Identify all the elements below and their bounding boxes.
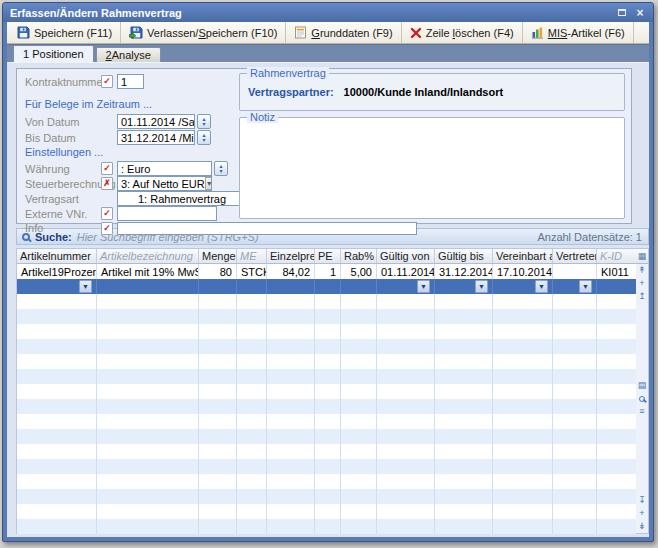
cell-gultig-bis (435, 489, 493, 504)
cell-artikelbezeichnung (97, 369, 199, 384)
cell-rab (341, 324, 377, 339)
von-datum-input[interactable]: 01.11.2014 /Sa (117, 114, 195, 129)
column-header-artikelbezeichnung[interactable]: Artikelbezeichnung (97, 249, 199, 263)
notiz-textarea[interactable] (241, 124, 623, 217)
cell-gultig-von (377, 414, 435, 429)
cell-me (237, 384, 267, 399)
cell-artikelnummer (17, 459, 97, 474)
cell-menge (199, 354, 237, 369)
close-icon: × (636, 7, 643, 19)
cell-vertreter: ▼ (553, 279, 597, 294)
von-datum-spinner[interactable]: ▴▾ (197, 114, 211, 129)
grid-search-icon[interactable] (636, 392, 648, 405)
cell-k-id (597, 504, 637, 519)
table-row-selected[interactable]: ▼▼▼▼▼ (17, 279, 636, 294)
window-title: Erfassen/Ändern Rahmenvertrag (10, 7, 612, 19)
scroll-down-icon[interactable]: ↧ (636, 494, 648, 507)
cell-artikelnummer: Artikel19Prozer (17, 264, 97, 279)
cell-artikelbezeichnung (97, 459, 199, 474)
waehrung-combobox[interactable]: : Euro (117, 161, 212, 176)
close-window-button[interactable]: × (632, 6, 648, 20)
column-header-gultig-bis[interactable]: Gültig bis (435, 249, 493, 263)
column-header-k-id[interactable]: K-ID (597, 249, 637, 263)
bis-datum-spinner[interactable]: ▴▾ (197, 130, 211, 145)
column-header-menge[interactable]: Menge (199, 249, 237, 263)
waehrung-spinner[interactable]: ▴▾ (214, 161, 228, 176)
cell-me (237, 354, 267, 369)
field-check-icon[interactable]: ✓ (101, 75, 113, 88)
cell-einzelpreis (267, 294, 315, 309)
tab-positionen[interactable]: 1 Positionen (13, 45, 94, 62)
table-row-empty (17, 519, 636, 534)
scroll-bottom-icon[interactable]: ↡ (636, 520, 648, 533)
cell-dropdown-button[interactable]: ▼ (417, 280, 430, 293)
cell-artikelbezeichnung (97, 399, 199, 414)
table-row-empty (17, 414, 636, 429)
tab-page-positionen: Kontraktnummer ✓ 1 Für Belege im Zeitrau… (7, 62, 649, 537)
cell-gultig-von (377, 294, 435, 309)
grid-properties-icon[interactable]: ▦ (636, 249, 648, 264)
toolbar-button-delete-row[interactable]: Zeile löschen (F4) (402, 22, 523, 43)
column-header-me[interactable]: ME (237, 249, 267, 263)
cell-dropdown-button[interactable]: ▼ (535, 280, 548, 293)
toolbar-button-mis-article[interactable]: MIS-Artikel (F6) (523, 22, 634, 43)
column-header-rab[interactable]: Rab% (341, 249, 377, 263)
client-area: Speichern (F11)Verlassen/Speichern (F10)… (7, 22, 649, 537)
toolbar-button-basedata[interactable]: Grunddaten (F9) (286, 22, 401, 43)
cell-vereinbart-am (493, 504, 553, 519)
cell-me (237, 324, 267, 339)
cell-me (237, 414, 267, 429)
cell-artikelbezeichnung (97, 429, 199, 444)
cell-dropdown-button[interactable]: ▼ (475, 280, 488, 293)
field-x-icon[interactable]: ✗ (101, 177, 113, 190)
cell-vertreter (553, 399, 597, 414)
grid-filter-icon[interactable]: ≡ (636, 405, 648, 418)
column-header-einzelpreis[interactable]: Einzelpreis (267, 249, 315, 263)
cell-menge (199, 294, 237, 309)
column-header-vereinbart-am[interactable]: Vereinbart am (493, 249, 553, 263)
column-header-pe[interactable]: PE (315, 249, 341, 263)
field-check-icon[interactable]: ✓ (101, 162, 113, 175)
tab-analyse[interactable]: 2 Analyse (96, 47, 161, 62)
cell-vertreter (553, 489, 597, 504)
cell-einzelpreis (267, 474, 315, 489)
cell-einzelpreis (267, 414, 315, 429)
steuerberechnung-combobox[interactable]: 3: Auf Netto EUR ▼ (117, 176, 212, 191)
cell-vertreter (553, 384, 597, 399)
cell-pe (315, 309, 341, 324)
cell-pe (315, 399, 341, 414)
column-header-artikelnummer[interactable]: Artikelnummer (17, 249, 97, 263)
cell-einzelpreis (267, 519, 315, 534)
cell-menge (199, 429, 237, 444)
cell-dropdown-button[interactable]: ▼ (579, 280, 592, 293)
insert-row-icon[interactable]: + (636, 277, 648, 290)
cell-gultig-bis: ▼ (435, 279, 493, 294)
toolbar-button-save[interactable]: Speichern (F11) (9, 22, 121, 43)
cell-dropdown-button[interactable]: ▼ (79, 280, 92, 293)
scroll-up-icon[interactable]: ↥ (636, 290, 648, 303)
append-row-icon[interactable]: + (636, 507, 648, 520)
scroll-top-icon[interactable]: ↟ (636, 264, 648, 277)
info-input[interactable] (117, 222, 417, 235)
column-chooser-icon[interactable]: ▤ (636, 379, 648, 392)
cell-einzelpreis (267, 324, 315, 339)
toolbar-button-save-exit[interactable]: Verlassen/Speichern (F10) (121, 22, 286, 43)
cell-rab (341, 339, 377, 354)
dropdown-arrow-icon[interactable]: ▼ (205, 177, 212, 190)
cell-gultig-bis (435, 294, 493, 309)
column-header-vertreter[interactable]: Vertreter (553, 249, 597, 263)
cell-rab (341, 399, 377, 414)
field-check-icon[interactable]: ✓ (101, 222, 113, 235)
bis-datum-input[interactable]: 31.12.2014 /Mi (117, 130, 195, 145)
cell-gultig-von (377, 354, 435, 369)
kontraktnummer-input[interactable]: 1 (117, 74, 144, 89)
restore-window-button[interactable] (614, 6, 630, 20)
table-row[interactable]: Artikel19ProzerArtikel mit 19% MwSt.80ST… (17, 264, 636, 279)
cell-vereinbart-am (493, 459, 553, 474)
externe-vnr-input[interactable] (117, 206, 217, 221)
column-header-gultig-von[interactable]: Gültig von (377, 249, 435, 263)
cell-k-id (597, 489, 637, 504)
cell-artikelbezeichnung (97, 489, 199, 504)
field-check-icon[interactable]: ✓ (101, 207, 113, 220)
cell-pe (315, 354, 341, 369)
